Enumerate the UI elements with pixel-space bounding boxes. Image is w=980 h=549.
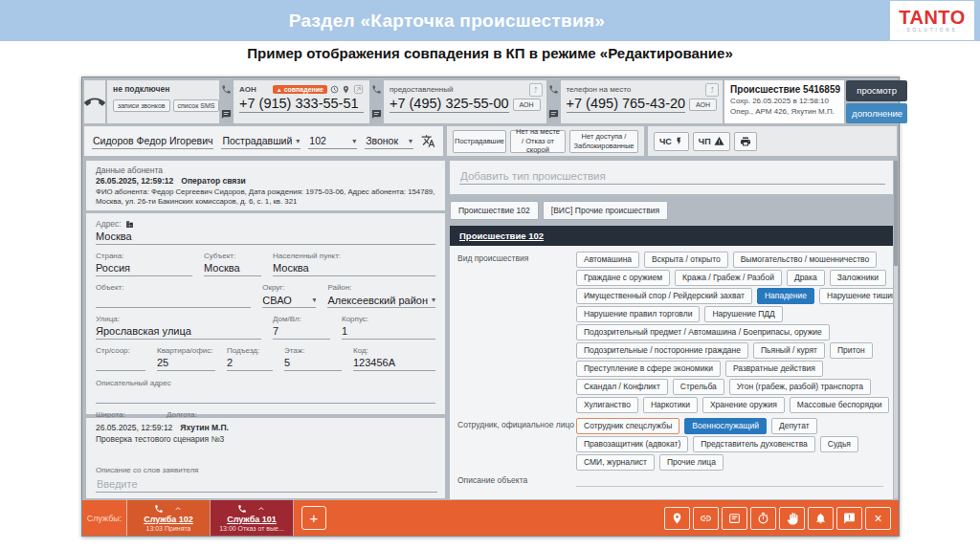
incident-type-chip[interactable]: Преступление в сфере экономики bbox=[576, 361, 721, 377]
view-button[interactable]: просмотр bbox=[846, 80, 907, 101]
transfer-icon[interactable]: ⤴ bbox=[705, 83, 719, 97]
scrollbar-thumb[interactable] bbox=[894, 161, 898, 266]
official-chip[interactable]: Судья bbox=[820, 436, 858, 452]
call-records-button[interactable]: записи звонков bbox=[113, 99, 170, 112]
incident-type-chip[interactable]: Нарушение правил торговли bbox=[576, 306, 700, 322]
provided-number-field[interactable]: +7 (495) 325-55-00 bbox=[390, 96, 509, 113]
tab-other-incidents[interactable]: [ВИС] Прочие происшествия bbox=[543, 201, 668, 220]
floor-field[interactable]: 5 bbox=[284, 357, 342, 371]
incident-type-chip[interactable]: Угон (грабеж, разбой) транспорта bbox=[729, 379, 871, 395]
object-field[interactable] bbox=[96, 294, 251, 308]
official-chip[interactable]: Прочие лица bbox=[659, 454, 724, 471]
victims-buttons-panel: Пострадавшие Нет на месте / Отказ от ско… bbox=[447, 126, 644, 156]
address-main-field[interactable]: Москва bbox=[96, 231, 435, 245]
descriptive-address-field[interactable] bbox=[96, 389, 435, 404]
call-icon[interactable] bbox=[221, 84, 232, 95]
call-type-select[interactable]: Звонок bbox=[365, 133, 413, 149]
clock-icon[interactable] bbox=[330, 85, 339, 94]
official-chip[interactable]: Военнослужащий bbox=[684, 418, 767, 434]
add-service-button[interactable]: + bbox=[301, 506, 326, 530]
caller-line-select[interactable]: 102 bbox=[308, 133, 357, 149]
incident-type-chip[interactable]: Пьяный / курят bbox=[753, 342, 825, 359]
code-field[interactable]: 123456А bbox=[353, 357, 435, 371]
service-tab-102[interactable]: Служба 102 13:03 Принята bbox=[126, 500, 210, 536]
incident-type-chip[interactable]: Подозрительные / посторонние граждане bbox=[576, 342, 748, 359]
incident-type-chip[interactable]: Нарушение тишины bbox=[819, 288, 893, 304]
sms-list-button[interactable]: список SMS bbox=[173, 99, 220, 112]
supplement-button[interactable]: дополнение bbox=[846, 103, 907, 124]
no-access-button[interactable]: Нет доступа / Заблокированные bbox=[569, 130, 638, 153]
chs-button[interactable]: ЧС bbox=[654, 132, 689, 151]
location-pin-icon[interactable] bbox=[342, 85, 350, 94]
statement-input[interactable] bbox=[96, 476, 437, 493]
add-incident-type-input[interactable] bbox=[459, 168, 885, 185]
service-tab-101[interactable]: Служба 101 13:00 Отказ от вые... bbox=[210, 500, 294, 536]
transfer-icon[interactable] bbox=[353, 84, 364, 95]
aon-button[interactable]: АОН bbox=[513, 99, 541, 111]
official-chip[interactable]: Представитель духовенства bbox=[693, 436, 815, 452]
incident-type-chip[interactable]: Хранение оружия bbox=[702, 397, 785, 413]
subject-field[interactable]: Москва bbox=[204, 262, 261, 276]
call-icon[interactable] bbox=[371, 84, 382, 95]
incident-type-chip[interactable]: Массовые беспорядки bbox=[790, 397, 890, 413]
hangup-button[interactable] bbox=[84, 80, 105, 123]
aon-number-field[interactable]: +7 (915) 333-55-51 bbox=[239, 96, 364, 113]
okrug-select[interactable]: СВАО bbox=[262, 294, 316, 308]
card-form-button[interactable] bbox=[722, 507, 747, 530]
incident-type-chip[interactable]: Скандал / Конфликт bbox=[576, 379, 668, 395]
incident-type-chip[interactable]: Притон bbox=[830, 342, 873, 359]
incident-type-chip[interactable]: Имущественный спор / Рейдерский захват bbox=[576, 288, 752, 304]
entrance-field[interactable]: 2 bbox=[227, 357, 273, 371]
timer-button[interactable] bbox=[750, 507, 776, 530]
onsite-number-field[interactable]: +7 (495) 765-43-20 bbox=[567, 96, 686, 113]
official-chip[interactable]: Правозащитник (адвокат) bbox=[576, 436, 688, 452]
incident-type-chip[interactable]: Развратные действия bbox=[725, 361, 823, 377]
call-icon[interactable] bbox=[548, 84, 559, 95]
caller-role-select[interactable]: Пострадавший bbox=[221, 133, 301, 149]
rayon-select[interactable]: Алексеевский район bbox=[327, 294, 435, 308]
incident-type-chip[interactable]: Автомашина bbox=[576, 252, 639, 268]
incident-type-chip[interactable]: Драка bbox=[787, 270, 825, 286]
alert-message-button[interactable] bbox=[836, 507, 862, 530]
victims-button[interactable]: Пострадавшие bbox=[453, 130, 506, 153]
official-chip[interactable]: Депутат bbox=[771, 418, 817, 434]
incident-type-chip[interactable]: Вскрыта / открыто bbox=[644, 252, 728, 268]
sms-icon[interactable] bbox=[371, 109, 382, 120]
scrollbar[interactable] bbox=[894, 161, 898, 498]
close-button[interactable]: × bbox=[865, 507, 891, 530]
incident-type-chip[interactable]: Вымогательство / мошенничество bbox=[733, 252, 878, 268]
sms-icon[interactable] bbox=[548, 109, 559, 120]
incident-type-chip[interactable]: Наркотики bbox=[643, 397, 698, 413]
translate-button[interactable] bbox=[421, 132, 435, 151]
chp-button[interactable]: ЧП bbox=[693, 132, 730, 151]
absent-button[interactable]: Нет на месте / Отказ от скорой bbox=[510, 130, 566, 153]
caller-name-field[interactable]: Сидоров Федор Игоревич bbox=[92, 133, 213, 149]
aon-button[interactable]: АОН bbox=[689, 99, 717, 111]
incident-type-chip[interactable]: Хулиганство bbox=[576, 397, 638, 413]
map-pin-button[interactable] bbox=[664, 507, 690, 530]
object-description-field[interactable] bbox=[576, 485, 883, 487]
tab-incident-102[interactable]: Происшествие 102 bbox=[450, 201, 539, 220]
print-button[interactable] bbox=[734, 132, 757, 151]
incident-type-chip[interactable]: Стрельба bbox=[673, 379, 724, 395]
settlement-field[interactable]: Москва bbox=[273, 262, 435, 276]
incident-type-chip[interactable]: Граждане с оружием bbox=[576, 270, 670, 286]
sms-icon[interactable] bbox=[221, 109, 232, 120]
incident-type-chip[interactable]: Заложники bbox=[830, 270, 886, 286]
korpus-field[interactable]: 1 bbox=[342, 325, 435, 340]
incident-type-chip[interactable]: Подозрительный предмет / Автомашина / Бо… bbox=[576, 324, 830, 340]
incident-type-chip[interactable]: Нарушение ПДД bbox=[704, 306, 782, 322]
house-field[interactable]: 7 bbox=[273, 325, 330, 340]
alarm-button[interactable] bbox=[808, 507, 834, 530]
street-field[interactable]: Ярославская улица bbox=[96, 325, 261, 340]
link-button[interactable] bbox=[693, 507, 719, 530]
hold-button[interactable] bbox=[779, 507, 805, 530]
country-field[interactable]: Россия bbox=[96, 262, 192, 276]
official-chip[interactable]: СМИ, журналист bbox=[576, 454, 655, 471]
structure-field[interactable] bbox=[96, 357, 145, 371]
official-chip[interactable]: Сотрудник спецслужбы bbox=[576, 418, 679, 434]
incident-type-chip[interactable]: Кража / Грабеж / Разбой bbox=[675, 270, 782, 286]
transfer-icon[interactable]: ⤴ bbox=[529, 83, 543, 97]
flat-field[interactable]: 25 bbox=[157, 357, 215, 371]
incident-type-chip[interactable]: Нападение bbox=[757, 288, 814, 304]
